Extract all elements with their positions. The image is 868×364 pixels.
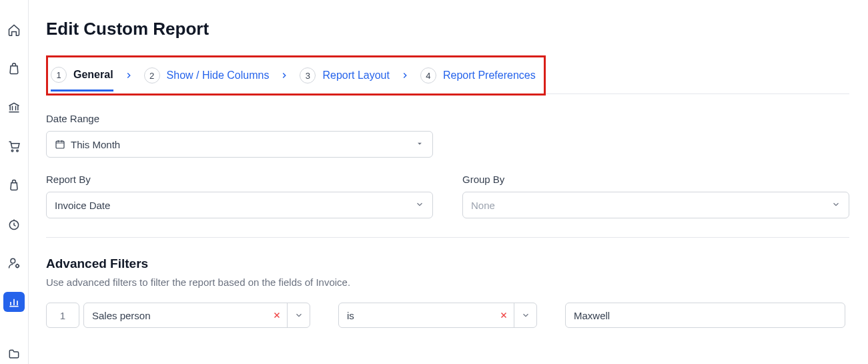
sidebar-reports[interactable] <box>3 292 25 312</box>
svg-point-4 <box>16 264 19 267</box>
advanced-filters-title: Advanced Filters <box>46 256 849 271</box>
advanced-filters-desc: Use advanced filters to filter the repor… <box>46 277 849 288</box>
page-title: Edit Custom Report <box>46 19 849 39</box>
section-divider <box>46 237 849 238</box>
group-by-value: None <box>471 200 495 211</box>
date-range-field: Date Range This Month <box>46 113 849 158</box>
calendar-icon <box>55 139 65 150</box>
step-num-2: 2 <box>144 67 160 83</box>
svg-point-3 <box>11 258 15 263</box>
filter-field-value: Sales person <box>84 303 267 327</box>
svg-rect-5 <box>56 141 64 148</box>
sidebar-user[interactable] <box>3 253 25 273</box>
svg-point-0 <box>11 150 13 152</box>
step-layout[interactable]: 3 Report Layout <box>300 62 390 89</box>
step-num-4: 4 <box>420 67 436 83</box>
user-gear-icon <box>7 256 21 270</box>
sidebar-bag[interactable] <box>3 59 25 79</box>
report-by-label: Report By <box>46 174 433 185</box>
steps-highlight-box: 1 General 2 Show / Hide Columns 3 Report… <box>46 55 546 96</box>
bag-icon <box>7 62 21 75</box>
step-label-layout: Report Layout <box>322 69 390 81</box>
sidebar-time[interactable] <box>3 214 25 234</box>
chevron-down-icon[interactable] <box>514 303 536 327</box>
main-content: Edit Custom Report 1 General 2 Show / Hi… <box>29 0 868 364</box>
clear-icon[interactable] <box>494 303 514 327</box>
report-by-field: Report By Invoice Date <box>46 174 433 218</box>
bank-icon <box>7 101 21 114</box>
chart-icon <box>7 295 21 309</box>
date-range-select[interactable]: This Month <box>46 131 433 158</box>
chevron-down-icon <box>831 200 841 211</box>
chevron-down-icon <box>415 200 424 211</box>
chevron-right-icon <box>400 71 410 80</box>
step-preferences[interactable]: 4 Report Preferences <box>420 62 536 89</box>
report-by-value: Invoice Date <box>55 200 110 211</box>
filter-operator-value: is <box>339 303 494 327</box>
step-num-1: 1 <box>51 67 67 83</box>
caret-down-icon <box>415 139 424 150</box>
step-label-general: General <box>73 69 113 81</box>
chevron-right-icon <box>124 71 133 80</box>
folder-icon <box>7 347 21 361</box>
group-by-select[interactable]: None <box>462 192 849 218</box>
sidebar-shopping[interactable] <box>3 175 25 195</box>
filter-row-1: 1 Sales person is <box>46 303 849 328</box>
sidebar <box>0 0 29 364</box>
group-by-field: Group By None <box>462 174 849 218</box>
sidebar-bank[interactable] <box>3 98 25 118</box>
step-general[interactable]: 1 General <box>51 61 113 92</box>
step-label-preferences: Report Preferences <box>443 69 536 81</box>
sidebar-cart[interactable] <box>3 136 25 156</box>
step-label-columns: Show / Hide Columns <box>167 69 270 81</box>
filter-value-input[interactable] <box>565 303 845 328</box>
step-columns[interactable]: 2 Show / Hide Columns <box>144 62 270 89</box>
clock-icon <box>7 218 21 231</box>
chevron-down-icon[interactable] <box>287 303 310 327</box>
filter-operator-select[interactable]: is <box>338 303 537 328</box>
filter-field-select[interactable]: Sales person <box>83 303 310 328</box>
filter-number: 1 <box>46 303 79 328</box>
date-range-value: This Month <box>71 139 120 150</box>
report-by-select[interactable]: Invoice Date <box>46 192 433 218</box>
sidebar-home[interactable] <box>3 20 25 40</box>
chevron-right-icon <box>280 71 289 80</box>
step-num-3: 3 <box>300 67 316 83</box>
date-range-label: Date Range <box>46 113 849 124</box>
group-by-label: Group By <box>462 174 849 185</box>
shopping-bag-icon <box>7 178 21 192</box>
wizard-steps: 1 General 2 Show / Hide Columns 3 Report… <box>51 61 536 89</box>
svg-point-1 <box>17 150 19 152</box>
clear-icon[interactable] <box>267 303 287 327</box>
home-icon <box>7 23 21 37</box>
sidebar-folder[interactable] <box>3 344 25 364</box>
cart-icon <box>7 140 21 153</box>
